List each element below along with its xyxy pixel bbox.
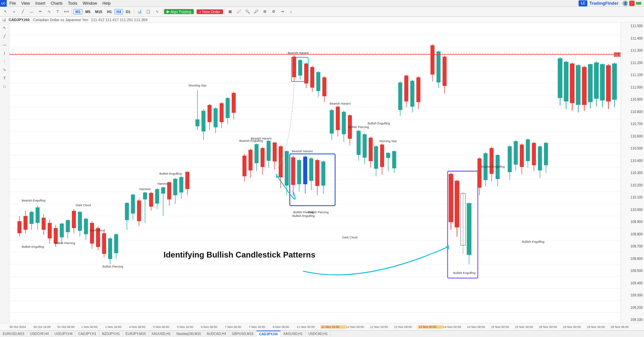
market-watch-btn[interactable]: ▦ [226, 8, 234, 15]
tf-m15[interactable]: M15 [93, 9, 104, 14]
cursor-tool[interactable]: ↖ [1, 8, 9, 15]
time-nov6: 6 Nov 08:00 [201, 325, 225, 329]
zoom-out-btn[interactable]: 🔎 [252, 8, 260, 15]
tab-audcad-h4[interactable]: AUDCAD,H4 [204, 331, 229, 337]
svg-rect-29 [23, 216, 28, 230]
time-oct30: 30 Oct 2024 [9, 325, 33, 329]
time-nov12b: 12 Nov 16:00 [370, 325, 394, 329]
svg-rect-89 [214, 108, 218, 127]
tab-usdchf-h4[interactable]: USDCHF,H4 [27, 331, 52, 337]
tab-gbpusd-m15[interactable]: GBPUSD,M15 [229, 331, 256, 337]
time-oct31: 31 Oct 08:00 [57, 325, 81, 329]
draw-channel[interactable]: ⋮ [1, 58, 8, 65]
pattern-label-dc1: Dark Cloud [76, 204, 91, 207]
template-btn[interactable]: 📋 [144, 8, 152, 15]
crosshair-tool[interactable]: + [10, 8, 18, 15]
algo-trading-btn[interactable]: ▶ Algo Trading [164, 9, 194, 14]
svg-text:111.4: 111.4 [614, 53, 621, 56]
zoom-in-btn[interactable]: 🔍 [244, 8, 252, 15]
svg-rect-139 [303, 157, 307, 184]
menu-window[interactable]: Window [80, 0, 100, 6]
svg-rect-77 [173, 179, 177, 195]
tf-m1[interactable]: M1 [73, 9, 83, 14]
text-tool[interactable]: T [54, 8, 62, 15]
tab-usdcad-h1[interactable]: USDCAD,H1 [306, 331, 331, 337]
hline-tool[interactable]: — [28, 8, 36, 15]
price-110200: 110.200 [621, 183, 643, 187]
line-tool[interactable]: ╱ [19, 8, 27, 15]
tf-d1[interactable]: D1 [124, 9, 132, 14]
scroll-right-btn[interactable]: ⇥ [278, 8, 286, 15]
tab-cadjpy-h4[interactable]: CADJPY,H4 [257, 331, 281, 337]
new-order-btn[interactable]: + New Order [197, 9, 223, 14]
notification-icon[interactable]: ! [629, 1, 635, 6]
tab-xagusd-h1[interactable]: XAGUSD,H1 [281, 331, 306, 337]
menu-help[interactable]: Help [100, 0, 113, 6]
svg-rect-45 [72, 211, 76, 228]
channel-tool[interactable]: ⟺ [62, 8, 70, 15]
time-nov15b: 15 Nov 16:00 [515, 325, 539, 329]
time-nov7b: 7 Nov 16:00 [249, 325, 273, 329]
draw-rectangle[interactable]: □ [1, 83, 8, 90]
svg-rect-157 [386, 153, 390, 158]
menu-view[interactable]: View [18, 0, 33, 6]
account-icon[interactable]: 👤 [623, 1, 628, 6]
draw-fib[interactable]: ∿ [1, 66, 8, 73]
volume-btn[interactable]: ♪ [287, 8, 295, 15]
tab-eurusd-m15[interactable]: EURUSD,M15 [0, 331, 27, 337]
menu-charts[interactable]: Charts [48, 0, 65, 6]
draw-text[interactable]: T [1, 74, 8, 82]
menu-insert[interactable]: Insert [33, 0, 48, 6]
price-111400: 111.400 [621, 37, 643, 40]
svg-rect-65 [137, 201, 141, 221]
svg-rect-202 [538, 146, 542, 170]
pattern-label-bp2: Bullish Piercing [103, 265, 123, 268]
tf-m5[interactable]: M5 [83, 9, 92, 14]
svg-rect-87 [208, 105, 212, 122]
chart-type[interactable]: 📊 [136, 8, 144, 15]
time-nov1b: 1 Nov 16:00 [105, 325, 129, 329]
draw-vline[interactable]: | [1, 49, 8, 57]
indicator-btn[interactable]: ∿ [153, 8, 161, 15]
price-109400: 109.400 [621, 281, 643, 285]
pattern-label-beng3: Bullish Engulfing [453, 271, 476, 275]
chart-canvas[interactable]: Bearish Engulfing Bullish Engulfing Bull… [9, 23, 621, 323]
grid-btn[interactable]: ⊞ [261, 8, 269, 15]
time-nov14b: 14 Nov 08:00 [467, 325, 491, 329]
svg-rect-69 [149, 193, 153, 207]
chart-bar-type[interactable]: 📈 [235, 8, 243, 15]
draw-tool[interactable]: ✏ [36, 8, 44, 15]
svg-rect-135 [291, 157, 295, 185]
tab-cadjpy-h1[interactable]: CADJPY,H1 [75, 331, 99, 337]
svg-rect-200 [532, 143, 536, 165]
svg-rect-222 [606, 65, 611, 102]
svg-rect-105 [267, 141, 271, 161]
svg-rect-208 [564, 62, 569, 101]
draw-hline[interactable]: — [1, 41, 8, 48]
menu-tools[interactable]: Tools [65, 0, 80, 6]
price-110900: 110.900 [621, 98, 643, 101]
tf-h4[interactable]: H4 [114, 9, 123, 14]
menu-file[interactable]: File [7, 0, 18, 6]
draw-line[interactable]: ╱ [1, 33, 8, 40]
tf-h1[interactable]: H1 [105, 9, 114, 14]
tab-xauusd-h1[interactable]: XAUUSD,H1 [149, 331, 174, 337]
settings-btn[interactable]: ⚙ [270, 8, 278, 15]
svg-rect-41 [60, 224, 64, 237]
svg-rect-130 [342, 112, 346, 134]
price-110100: 110.100 [621, 195, 643, 199]
toolbar: ↖ + ╱ — ✏ ∿ T ⟺ M1 M5 M15 H1 H4 D1 📊 📋 ∿… [0, 7, 644, 17]
svg-rect-204 [544, 143, 548, 165]
svg-rect-224 [612, 63, 617, 100]
signal-icon [636, 2, 641, 5]
fib-tool[interactable]: ∿ [45, 8, 53, 15]
tab-usdjpy-h4[interactable]: USDJPY,H4 [52, 331, 76, 337]
svg-rect-27 [17, 221, 21, 233]
draw-cursor[interactable]: ↖ [1, 24, 8, 32]
tab-nasdaq-m15[interactable]: Nasdaq100,M15 [174, 331, 204, 337]
tab-nzdjpy-h1[interactable]: NZDJPY,H1 [99, 331, 123, 337]
tab-eurjpy-m15[interactable]: EURJPY,M15 [123, 331, 149, 337]
svg-rect-116 [298, 60, 302, 75]
price-109300: 109.300 [621, 293, 643, 297]
price-111000: 111.000 [621, 86, 643, 89]
